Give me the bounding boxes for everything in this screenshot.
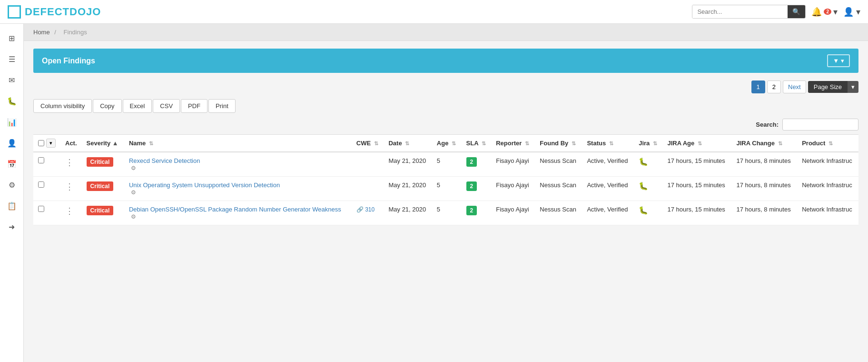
row-actions-cell[interactable]: ⋮: [60, 177, 82, 201]
col-reporter[interactable]: Reporter ⇅: [491, 135, 535, 152]
row-severity-cell: Critical: [82, 201, 124, 225]
search-button[interactable]: 🔍: [788, 5, 805, 18]
sidebar-item-notes[interactable]: 📋: [2, 196, 21, 215]
export-buttons: Column visibility Copy Excel CSV PDF Pri…: [33, 99, 858, 113]
col-status[interactable]: Status ⇅: [582, 135, 634, 152]
duplicate-icon: ⚙: [131, 189, 136, 196]
notification-badge: 2: [824, 9, 831, 15]
row-cwe-cell: [352, 152, 384, 177]
row-jira-change-cell: 17 hours, 8 minutes: [732, 152, 798, 177]
findings-title: Open Findings: [42, 57, 95, 65]
print-button[interactable]: Print: [208, 99, 236, 113]
table-search-row: Search:: [33, 119, 858, 131]
col-select: ▾: [33, 135, 60, 152]
row-jira-cell: 🐛: [634, 177, 662, 201]
duplicate-icon: ⚙: [131, 213, 136, 220]
row-jira-change-cell: 17 hours, 8 minutes: [732, 177, 798, 201]
finding-name-link[interactable]: Rexecd Service Detection: [129, 157, 347, 164]
filter-button[interactable]: ▼ ▾: [827, 54, 850, 67]
page-1-button[interactable]: 1: [751, 80, 765, 93]
jira-bug-icon: 🐛: [639, 182, 648, 190]
col-cwe[interactable]: CWE ⇅: [352, 135, 384, 152]
row-date-cell: May 21, 2020: [384, 152, 432, 177]
row-checkbox-cell: [33, 177, 60, 201]
page-size-dropdown-button[interactable]: ▾: [848, 81, 858, 93]
row-checkbox-2[interactable]: [38, 206, 44, 212]
col-name[interactable]: Name ⇅: [124, 135, 352, 152]
row-jira-cell: 🐛: [634, 152, 662, 177]
column-visibility-button[interactable]: Column visibility: [33, 99, 92, 113]
row-status-cell: Active, Verified: [582, 201, 634, 225]
row-sla-cell: 2: [462, 152, 492, 177]
search-input[interactable]: [692, 5, 788, 18]
logo-icon: [8, 5, 21, 19]
col-product[interactable]: Product ⇅: [797, 135, 858, 152]
severity-badge: Critical: [87, 181, 114, 191]
row-actions-cell[interactable]: ⋮: [60, 152, 82, 177]
pagination-row: 1 2 Next Page Size ▾: [33, 80, 858, 93]
col-jira-age[interactable]: JIRA Age ⇅: [662, 135, 731, 152]
col-age[interactable]: Age ⇅: [432, 135, 462, 152]
breadcrumb-current: Findings: [64, 29, 87, 36]
breadcrumb-home[interactable]: Home: [33, 29, 50, 36]
col-severity[interactable]: Severity ▲: [82, 135, 124, 152]
col-found-by[interactable]: Found By ⇅: [535, 135, 582, 152]
breadcrumb-separator: /: [54, 29, 56, 36]
sidebar-item-findings[interactable]: 🐛: [2, 91, 21, 111]
finding-name-link[interactable]: Unix Operating System Unsupported Versio…: [129, 181, 347, 189]
row-found-by-cell: Nessus Scan: [535, 201, 582, 225]
row-cwe-cell: 🔗 310: [352, 201, 384, 225]
col-sla[interactable]: SLA ⇅: [462, 135, 492, 152]
notifications-button[interactable]: 🔔 2 ▾: [811, 7, 838, 17]
row-found-by-cell: Nessus Scan: [535, 177, 582, 201]
row-actions-cell[interactable]: ⋮: [60, 201, 82, 225]
select-all-checkbox[interactable]: [38, 140, 44, 146]
row-checkbox-1[interactable]: [38, 181, 44, 188]
row-cwe-cell: [352, 177, 384, 201]
row-status-cell: Active, Verified: [582, 177, 634, 201]
row-age-cell: 5: [432, 201, 462, 225]
breadcrumb: Home / Findings: [24, 24, 868, 41]
row-severity-cell: Critical: [82, 152, 124, 177]
page-size-button[interactable]: Page Size: [808, 81, 848, 93]
sidebar-item-reports[interactable]: 📊: [2, 112, 21, 131]
sla-badge: 2: [466, 206, 477, 215]
col-jira-change[interactable]: JIRA Change ⇅: [732, 135, 798, 152]
row-jira-age-cell: 17 hours, 15 minutes: [662, 152, 731, 177]
logo: DEFECTDOJO: [8, 5, 101, 19]
col-date[interactable]: Date ⇅: [384, 135, 432, 152]
sidebar-item-dashboard[interactable]: ⊞: [2, 29, 21, 48]
sidebar-item-users[interactable]: 👤: [2, 133, 21, 152]
row-date-cell: May 21, 2020: [384, 177, 432, 201]
row-age-cell: 5: [432, 152, 462, 177]
select-dropdown-button[interactable]: ▾: [46, 139, 56, 148]
pdf-button[interactable]: PDF: [181, 99, 207, 113]
topnav-right: 🔍 🔔 2 ▾ 👤 ▾: [692, 5, 860, 19]
table-search-input[interactable]: [782, 119, 858, 131]
filter-icon: ▼: [833, 57, 839, 64]
col-jira[interactable]: Jira ⇅: [634, 135, 662, 152]
copy-button[interactable]: Copy: [93, 99, 121, 113]
user-menu-button[interactable]: 👤 ▾: [843, 7, 860, 17]
findings-header: Open Findings ▼ ▾: [33, 49, 858, 73]
sidebar-item-calendar[interactable]: 📅: [2, 154, 21, 173]
sidebar-item-engagements[interactable]: ☰: [2, 50, 21, 69]
page-2-button[interactable]: 2: [767, 80, 781, 93]
sidebar-item-inbox[interactable]: ✉: [2, 70, 21, 90]
page-size-group: Page Size ▾: [808, 81, 858, 93]
sidebar-item-settings[interactable]: ⚙: [2, 175, 21, 194]
row-checkbox-0[interactable]: [38, 157, 44, 163]
table-header-row: ▾ Act. Severity ▲ Name ⇅ CWE ⇅ Date ⇅: [33, 135, 858, 152]
next-page-button[interactable]: Next: [783, 80, 806, 93]
table-search-label: Search:: [756, 121, 779, 128]
row-product-cell: Network Infrastruc: [797, 201, 858, 225]
csv-button[interactable]: CSV: [153, 99, 180, 113]
cwe-link[interactable]: 🔗 310: [356, 206, 375, 213]
sidebar-item-more[interactable]: ➜: [2, 217, 21, 233]
col-act: Act.: [60, 135, 82, 152]
row-jira-age-cell: 17 hours, 15 minutes: [662, 177, 731, 201]
row-jira-change-cell: 17 hours, 8 minutes: [732, 201, 798, 225]
excel-button[interactable]: Excel: [123, 99, 152, 113]
finding-name-link[interactable]: Debian OpenSSH/OpenSSL Package Random Nu…: [129, 206, 347, 213]
jira-bug-icon: 🐛: [639, 206, 648, 214]
